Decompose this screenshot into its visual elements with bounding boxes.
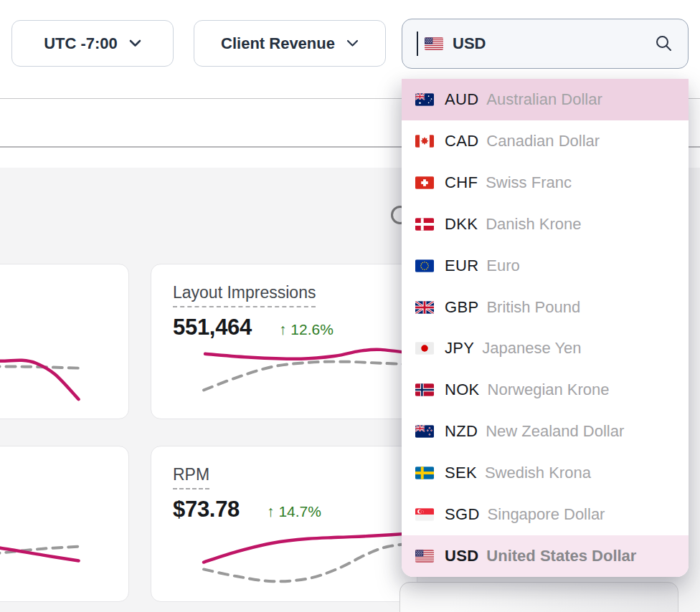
- currency-name: Euro: [486, 257, 519, 275]
- currency-option-nok[interactable]: NOKNorwegian Krone: [402, 369, 689, 411]
- currency-option-jpy[interactable]: JPYJapanese Yen: [402, 328, 689, 370]
- currency-code: DKK: [445, 215, 478, 234]
- currency-option-nzd[interactable]: NZDNew Zealand Dollar: [402, 411, 689, 452]
- metric-card-partial-top-left[interactable]: [0, 264, 129, 419]
- currency-name: United States Dollar: [486, 547, 636, 565]
- currency-option-aud[interactable]: AUDAustralian Dollar: [402, 79, 689, 120]
- chevron-down-icon: [346, 39, 359, 47]
- currency-code: CHF: [445, 173, 478, 192]
- metric-title[interactable]: RPM: [173, 465, 209, 489]
- currency-option-eur[interactable]: EUREuro: [402, 245, 689, 287]
- currency-option-chf[interactable]: CHFSwiss Franc: [402, 162, 689, 204]
- flag-us-icon: [425, 37, 443, 50]
- sparkline-chart: [0, 446, 128, 601]
- flag-dk-icon: [415, 218, 434, 231]
- currency-dropdown-list: AUDAustralian DollarCADCanadian DollarCH…: [402, 79, 689, 577]
- currency-name: New Zealand Dollar: [486, 422, 624, 441]
- card-partial-bottom: [399, 582, 678, 612]
- currency-name: Australian Dollar: [486, 90, 602, 109]
- flag-ch-icon: [415, 176, 434, 189]
- flag-jp-icon: [415, 342, 434, 355]
- currency-code: NZD: [445, 422, 478, 441]
- metric-card-rpm[interactable]: RPM $73.78 ↑ 14.7%: [151, 446, 417, 602]
- metric-value: $73.78: [173, 497, 240, 522]
- metric-value: 551,464: [173, 315, 252, 340]
- currency-name: British Pound: [486, 298, 580, 317]
- currency-code: NOK: [445, 381, 480, 399]
- currency-option-usd[interactable]: USDUnited States Dollar: [402, 535, 689, 577]
- currency-option-dkk[interactable]: DKKDanish Krone: [402, 204, 689, 245]
- up-arrow-icon: ↑: [267, 503, 275, 520]
- flag-ca-icon: [415, 135, 434, 148]
- currency-name: Swedish Krona: [485, 464, 591, 482]
- chevron-down-icon: [129, 39, 141, 47]
- up-arrow-icon: ↑: [279, 321, 287, 338]
- metric-delta: ↑ 12.6%: [279, 321, 334, 338]
- currency-name: Canadian Dollar: [486, 132, 600, 150]
- currency-code: GBP: [445, 298, 478, 317]
- currency-name: Japanese Yen: [482, 339, 581, 358]
- dashboard-page: Layout Impressions 551,464 ↑ 12.6% RPM $…: [0, 0, 700, 612]
- currency-code: SGD: [445, 505, 480, 524]
- timezone-select-button[interactable]: UTC -7:00: [11, 20, 174, 67]
- currency-option-gbp[interactable]: GBPBritish Pound: [402, 287, 689, 328]
- metric-title[interactable]: Layout Impressions: [173, 283, 316, 307]
- flag-eu-icon: [415, 259, 434, 272]
- currency-name: Singapore Dollar: [488, 505, 605, 524]
- currency-code: USD: [445, 547, 478, 565]
- search-icon[interactable]: [655, 34, 673, 53]
- flag-au-icon: [415, 93, 434, 106]
- flag-gb-icon: [415, 301, 434, 314]
- metric-card-partial-bottom-left[interactable]: [0, 446, 129, 602]
- currency-option-sek[interactable]: SEKSwedish Krona: [402, 452, 689, 494]
- currency-option-cad[interactable]: CADCanadian Dollar: [402, 120, 689, 162]
- metric-select-button[interactable]: Client Revenue: [194, 20, 386, 67]
- currency-code: JPY: [445, 339, 474, 358]
- currency-name: Swiss Franc: [486, 173, 572, 192]
- currency-code: AUD: [445, 90, 478, 109]
- currency-option-sgd[interactable]: SGDSingapore Dollar: [402, 494, 689, 535]
- currency-name: Norwegian Krone: [488, 381, 610, 399]
- text-caret: [417, 32, 418, 56]
- metric-delta: ↑ 14.7%: [267, 503, 321, 520]
- flag-se-icon: [415, 467, 434, 479]
- currency-code: EUR: [445, 257, 478, 275]
- currency-code: SEK: [445, 464, 477, 482]
- sparkline-chart: [0, 264, 128, 419]
- metric-select-label: Client Revenue: [221, 34, 335, 53]
- timezone-label: UTC -7:00: [44, 34, 118, 53]
- metric-card-layout-impressions[interactable]: Layout Impressions 551,464 ↑ 12.6%: [151, 264, 417, 419]
- currency-code: CAD: [445, 132, 478, 150]
- currency-name: Danish Krone: [486, 215, 581, 234]
- currency-search-input[interactable]: USD: [402, 19, 689, 69]
- currency-search-value: USD: [453, 34, 486, 53]
- flag-sg-icon: [415, 508, 434, 521]
- flag-us-icon: [415, 550, 434, 563]
- flag-nz-icon: [415, 425, 434, 438]
- flag-no-icon: [415, 383, 434, 396]
